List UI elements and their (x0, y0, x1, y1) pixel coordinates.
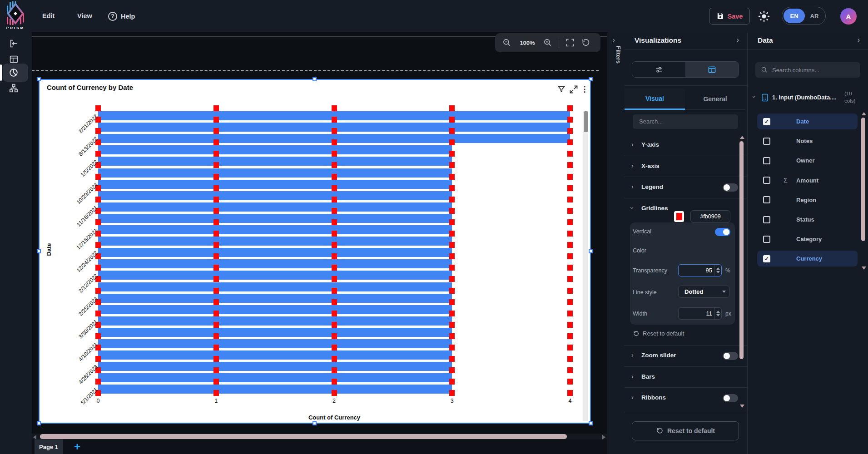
layout-mode-button[interactable] (685, 62, 739, 77)
lang-ar-option[interactable]: AR (805, 13, 824, 20)
format-mode-button[interactable] (632, 62, 685, 77)
report-canvas[interactable]: 100% 012343/21/20238/13/20221/5/202210/2… (32, 32, 607, 454)
menu-help[interactable]: ? Help (108, 0, 135, 32)
bar[interactable] (98, 373, 452, 382)
column-row-category[interactable]: Category (757, 231, 858, 247)
bar[interactable] (98, 202, 452, 212)
section-y-axis[interactable]: › Y-axis (625, 134, 748, 156)
bar[interactable] (98, 248, 452, 257)
dashboard-layout-button[interactable] (6, 51, 21, 67)
theme-toggle-button[interactable] (758, 10, 770, 23)
save-button[interactable]: Save (709, 8, 750, 25)
bar[interactable] (98, 305, 452, 314)
zoom-in-button[interactable] (543, 38, 552, 47)
column-row-owner[interactable]: Owner (757, 153, 858, 168)
chart-widget[interactable]: 012343/21/20238/13/20221/5/202210/29/202… (39, 79, 591, 424)
viz-search-input[interactable]: Search... (633, 114, 738, 129)
collapse-panel-button[interactable] (6, 36, 21, 51)
scroll-left-arrow[interactable] (33, 435, 36, 439)
scroll-up-arrow[interactable] (740, 136, 744, 139)
collapse-data-icon[interactable]: › (858, 36, 860, 44)
menu-view[interactable]: View (77, 0, 92, 32)
reset-view-button[interactable] (581, 38, 590, 47)
tab-general[interactable]: General (685, 89, 745, 110)
scroll-right-arrow[interactable] (602, 435, 605, 439)
transparency-stepper[interactable] (714, 265, 721, 276)
column-row-status[interactable]: Status (757, 212, 858, 227)
language-toggle[interactable]: EN AR (782, 7, 826, 25)
bar[interactable] (98, 214, 452, 223)
bar[interactable] (98, 350, 452, 360)
page-tab[interactable]: Page 1 (35, 439, 63, 454)
bar[interactable] (98, 157, 452, 166)
resize-handle-e[interactable] (589, 249, 593, 253)
section-x-axis[interactable]: › X-axis (625, 156, 748, 177)
bar[interactable] (98, 180, 452, 189)
resize-handle-n[interactable] (312, 77, 317, 81)
transparency-input[interactable]: 95 (678, 264, 722, 276)
chevron-down-icon[interactable]: › (751, 96, 758, 98)
legend-toggle[interactable] (723, 183, 738, 192)
filters-collapsed-panel[interactable]: › Filters (607, 32, 625, 454)
section-zoom-slider[interactable]: › Zoom slider (625, 345, 748, 366)
bar[interactable] (98, 316, 452, 326)
bar[interactable] (98, 145, 452, 154)
scroll-down-arrow[interactable] (740, 405, 744, 408)
avatar[interactable]: A (840, 8, 857, 25)
bar[interactable] (98, 259, 452, 268)
resize-handle-ne[interactable] (589, 77, 593, 81)
checkbox-unchecked-icon[interactable] (763, 196, 770, 203)
viz-scrollbar-thumb[interactable] (739, 141, 744, 359)
column-row-date[interactable]: ✓Date (757, 114, 858, 129)
bar[interactable] (98, 385, 452, 394)
resize-handle-sw[interactable] (37, 421, 41, 425)
width-value[interactable]: 11 (679, 310, 714, 317)
checkbox-checked-icon[interactable]: ✓ (763, 255, 770, 262)
lang-en-option[interactable]: EN (784, 9, 805, 23)
charts-tool-button[interactable] (6, 65, 21, 80)
scroll-up-arrow[interactable] (862, 112, 866, 115)
gridline-color-hex-input[interactable]: #fb0909 (690, 210, 730, 222)
zoom-out-button[interactable] (502, 38, 511, 47)
h-scrollbar-thumb[interactable] (40, 434, 567, 439)
resize-handle-nw[interactable] (37, 77, 41, 81)
scroll-down-arrow[interactable] (862, 266, 866, 270)
width-stepper[interactable] (714, 308, 721, 319)
section-bars[interactable]: › Bars (625, 366, 748, 388)
bar[interactable] (98, 294, 452, 303)
step-down-icon[interactable] (716, 271, 720, 273)
canvas-horizontal-scrollbar[interactable] (32, 434, 607, 439)
more-options-icon[interactable]: ⋮ (580, 85, 589, 94)
transparency-value[interactable]: 95 (679, 267, 714, 274)
checkbox-checked-icon[interactable]: ✓ (763, 118, 770, 125)
checkbox-unchecked-icon[interactable] (763, 216, 770, 223)
column-row-currency[interactable]: ✓Currency (757, 251, 858, 266)
column-row-amount[interactable]: ΣAmount (757, 173, 858, 188)
tab-visual[interactable]: Visual (625, 89, 685, 110)
bar[interactable] (98, 225, 452, 234)
section-legend[interactable]: › Legend (625, 177, 748, 198)
step-down-icon[interactable] (716, 314, 720, 316)
resize-handle-s[interactable] (312, 421, 317, 425)
bar[interactable] (98, 339, 452, 348)
expand-icon[interactable] (569, 85, 578, 94)
resize-handle-w[interactable] (37, 249, 41, 253)
zoom-slider-toggle[interactable] (723, 352, 738, 360)
step-up-icon[interactable] (716, 267, 720, 270)
gridline-color-swatch[interactable] (674, 211, 684, 222)
line-style-select[interactable]: Dotted (678, 286, 729, 298)
checkbox-unchecked-icon[interactable] (763, 157, 770, 164)
ribbons-toggle[interactable] (723, 394, 738, 402)
data-scrollbar-thumb[interactable] (861, 118, 865, 241)
collapse-visualizations-icon[interactable]: › (737, 36, 739, 44)
vertical-gridlines-toggle[interactable] (715, 228, 730, 236)
gridlines-reset-link[interactable]: Reset to default (633, 330, 684, 337)
checkbox-unchecked-icon[interactable] (763, 177, 770, 184)
fit-screen-button[interactable] (565, 38, 575, 47)
bar[interactable] (98, 237, 452, 246)
width-input[interactable]: 11 (678, 307, 722, 320)
chart-scrollbar-thumb[interactable] (584, 111, 588, 132)
chart-vertical-scrollbar[interactable] (583, 111, 588, 421)
menu-edit[interactable]: Edit (42, 0, 55, 32)
step-up-icon[interactable] (716, 311, 720, 313)
